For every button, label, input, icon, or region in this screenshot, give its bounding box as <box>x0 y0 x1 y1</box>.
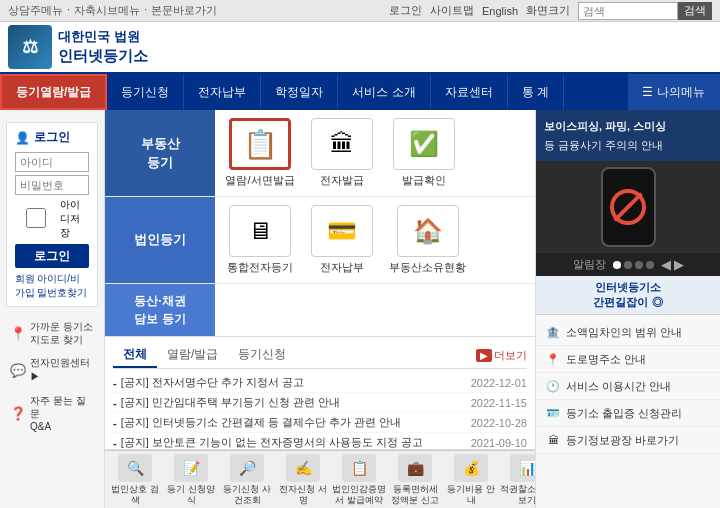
carousel-dot-4[interactable] <box>646 261 654 269</box>
phone-visual <box>601 167 656 247</box>
bottom-nav-corporate-search[interactable]: 🔍 법인상호 검색 <box>107 454 163 506</box>
quick-link-service-hours[interactable]: 🕐 서비스 이용시간 안내 <box>536 373 720 400</box>
news-tabs: 전체 열람/발급 등기신청 ▶ 더보기 <box>113 343 527 369</box>
service-item-전자발급[interactable]: 🏛 전자발급 <box>307 118 377 188</box>
logo-area[interactable]: ⚖ 대한민국 법원 인터넷등기소 <box>8 25 168 69</box>
faq-icon: ❓ <box>10 406 26 421</box>
find-account-link[interactable]: 아이디/비밀번호찾기 <box>37 272 89 300</box>
search-button[interactable]: 검색 <box>678 2 712 20</box>
link-english[interactable]: English <box>482 5 518 17</box>
sidebar-item-faq[interactable]: ❓ 자주 묻는 질문Q&A <box>0 389 104 438</box>
service-item-전자납부[interactable]: 💳 전자납부 <box>307 205 377 275</box>
quick-link-entry-pass[interactable]: 🪪 등기소 출입증 신청관리 <box>536 400 720 427</box>
header: ⚖ 대한민국 법원 인터넷등기소 <box>0 22 720 74</box>
tab-all[interactable]: 전체 <box>113 343 157 368</box>
logo-icon: ⚖ <box>8 25 52 69</box>
bottom-nav-rights-registry[interactable]: 📊 적권찰소등기 보기 <box>499 454 535 506</box>
carousel-prev[interactable]: ◀ <box>661 257 671 272</box>
user-icon: 👤 <box>15 131 30 145</box>
phone-image-area <box>536 161 720 253</box>
news-item: - [공지] 인터넷등기소 간편결제 등 결제수단 추가 관련 안내 2022-… <box>113 413 527 433</box>
id-field[interactable] <box>15 152 89 172</box>
nav-item-application[interactable]: 등기신청 <box>107 74 184 110</box>
service-hours-icon: 🕐 <box>544 377 562 395</box>
nav-item-data[interactable]: 자료센터 <box>431 74 508 110</box>
fraud-body: 등 금융사기 주의의 안내 <box>544 137 712 154</box>
sidebar-item-civil-center[interactable]: 💬 전자민원센터 ▶ <box>0 351 104 389</box>
carousel-next[interactable]: ▶ <box>674 257 684 272</box>
entry-pass-icon: 🪪 <box>544 404 562 422</box>
fraud-notice: 보이스피싱, 파밍, 스미싱 등 금융사기 주의의 안내 <box>536 110 720 161</box>
save-id-checkbox[interactable] <box>15 208 57 228</box>
nav-item-stats[interactable]: 통 계 <box>508 74 564 110</box>
small-tenant-icon: 🏦 <box>544 323 562 341</box>
application-form-icon: 📝 <box>174 454 208 482</box>
carousel-dot-2[interactable] <box>624 261 632 269</box>
password-field[interactable] <box>15 175 89 195</box>
quick-link-road-address[interactable]: 📍 도로명주소 안내 <box>536 346 720 373</box>
logo-line2: 인터넷등기소 <box>58 46 148 66</box>
전자납부-icon: 💳 <box>311 205 373 257</box>
link-login[interactable]: 로그인 <box>389 3 422 18</box>
bottom-nav-fee-guide[interactable]: 💰 등기비용 안내 <box>443 454 499 506</box>
carousel-dot-3[interactable] <box>635 261 643 269</box>
통합전자등기-icon: 🖥 <box>229 205 291 257</box>
nav-item-service[interactable]: 서비스 소개 <box>338 74 430 110</box>
collateral-services <box>215 284 535 336</box>
link-content[interactable]: 본문바로가기 <box>151 3 217 18</box>
tab-registry[interactable]: 열람/발급 <box>157 343 228 368</box>
collateral-category: 동산·채권담보 등기 <box>105 284 215 336</box>
bottom-nav-application-form[interactable]: 📝 등기 신청양식 <box>163 454 219 506</box>
login-links: 회원가입 아이디/비밀번호찾기 <box>15 272 89 300</box>
service-item-열람서면발급[interactable]: 📋 열람/서면발급 <box>225 118 295 188</box>
quick-link-small-tenant[interactable]: 🏦 소액임차인의 범위 안내 <box>536 319 720 346</box>
bottom-nav-case-inquiry[interactable]: 🔎 등기신청 사건조회 <box>219 454 275 506</box>
login-box: 👤 로그인 아이디저장 로그인 회원가입 아이디/비밀번호찾기 <box>6 122 98 307</box>
main-nav: 등기열람/발급 등기신청 전자납부 학정일자 서비스 소개 자료센터 통 계 ☰… <box>0 74 720 110</box>
main-content: 👤 로그인 아이디저장 로그인 회원가입 아이디/비밀번호찾기 📍 가까운 등기… <box>0 110 720 508</box>
bottom-nav-seal-reservation[interactable]: 📋 법인인감증명서 발급예약 <box>331 454 387 506</box>
link-fontsize[interactable]: 화면크기 <box>526 3 570 18</box>
realestate-category: 부동산등기 <box>105 110 215 196</box>
news-item: - [공지] 전자서명수단 추가 지정서 공고 2022-12-01 <box>113 373 527 393</box>
search-input[interactable] <box>578 2 678 20</box>
no-symbol-icon <box>610 189 646 225</box>
nav-item-date[interactable]: 학정일자 <box>261 74 338 110</box>
nav-item-payment[interactable]: 전자납부 <box>184 74 261 110</box>
link-sitemap[interactable]: 사이트맵 <box>430 3 474 18</box>
quick-link-info-plaza[interactable]: 🏛 등기정보광장 바로가기 <box>536 427 720 454</box>
top-bar-links: 상담주메뉴 · 자축시브메뉴 · 본문바로가기 <box>8 3 217 18</box>
corporate-row: 법인등기 🖥 통합전자등기 💳 전자납부 <box>105 197 535 284</box>
sidebar-item-find-office[interactable]: 📍 가까운 등기소지도로 찾기 <box>0 315 104 351</box>
link-sub-menu[interactable]: 자축시브메뉴 <box>74 3 140 18</box>
열람서면발급-icon: 📋 <box>229 118 291 170</box>
save-id-label: 아이디저장 <box>60 198 89 240</box>
more-news-link[interactable]: ▶ 더보기 <box>476 348 527 363</box>
esign-icon: ✍ <box>286 454 320 482</box>
fraud-title: 보이스피싱, 파밍, 스미싱 <box>544 118 712 135</box>
news-list: - [공지] 전자서명수단 추가 지정서 공고 2022-12-01 - [공지… <box>113 373 527 450</box>
nav-item-registry[interactable]: 등기열람/발급 <box>0 74 107 110</box>
register-link[interactable]: 회원가입 <box>15 272 37 300</box>
rights-registry-icon: 📊 <box>510 454 535 482</box>
info-plaza-icon: 🏛 <box>544 431 562 449</box>
carousel-dot-1[interactable] <box>613 261 621 269</box>
bottom-nav-esign[interactable]: ✍ 전자신청 서명 <box>275 454 331 506</box>
service-item-발급확인[interactable]: ✅ 발급확인 <box>389 118 459 188</box>
tab-application[interactable]: 등기신청 <box>228 343 296 368</box>
corporate-services: 🖥 통합전자등기 💳 전자납부 🏠 부동산소유현 <box>215 197 535 283</box>
bottom-nav-tax-report[interactable]: 💼 등록면허세 정액분 신고 <box>387 454 443 506</box>
save-id-row: 아이디저장 <box>15 198 89 240</box>
top-bar-right: 로그인 사이트맵 English 화면크기 검색 <box>389 2 712 20</box>
nav-item-mypage[interactable]: ☰ 나의메뉴 <box>628 74 720 110</box>
발급확인-icon: ✅ <box>393 118 455 170</box>
service-item-통합전자등기[interactable]: 🖥 통합전자등기 <box>225 205 295 275</box>
center-content: 부동산등기 📋 열람/서면발급 🏛 전자발급 <box>105 110 535 508</box>
seal-reservation-icon: 📋 <box>342 454 376 482</box>
service-item-부동산소유현황[interactable]: 🏠 부동산소유현황 <box>389 205 466 275</box>
realestate-services: 📋 열람/서면발급 🏛 전자발급 ✅ <box>215 110 535 196</box>
news-section: 전체 열람/발급 등기신청 ▶ 더보기 - [공지] 전자서명수단 추가 지정서… <box>105 337 535 450</box>
quick-links-header: 인터넷등기소간편길잡이 ◎ <box>536 276 720 315</box>
login-button[interactable]: 로그인 <box>15 244 89 268</box>
link-main-menu[interactable]: 상담주메뉴 <box>8 3 63 18</box>
